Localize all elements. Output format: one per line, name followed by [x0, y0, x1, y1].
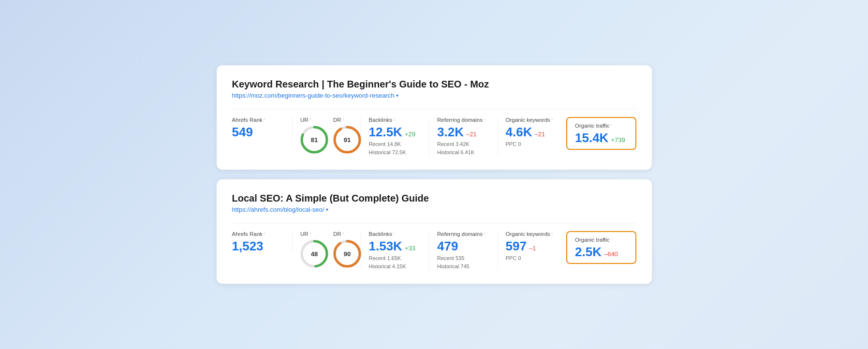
dr-info-icon[interactable]: ⁱ — [343, 232, 344, 237]
card-url[interactable]: https://ahrefs.com/blog/local-seo/ ▾ — [232, 206, 636, 213]
metric-referring-domains: Referring domains ⁱ 479 Recent 535Histor… — [429, 231, 498, 270]
organic-traffic-value: 15.4K — [575, 131, 608, 144]
ahrefs-rank-value: 549 — [232, 126, 285, 138]
ur-donut-label: 81 — [311, 136, 318, 144]
ahrefs-rank-info-icon[interactable]: ⁱ — [264, 117, 265, 123]
metric-organic-keywords: Organic keywords ⁱ 597 –1 PPC 0 — [498, 231, 567, 262]
backlinks-sub: Recent 1.65KHistorical 4.15K — [369, 254, 422, 270]
backlinks-value: 12.5K — [369, 126, 402, 138]
ur-label: UR ⁱ — [300, 231, 328, 237]
backlinks-info-icon[interactable]: ⁱ — [394, 232, 395, 237]
organic-traffic-value: 2.5K — [575, 246, 602, 258]
metric-ur-dr: UR ⁱ 81 DR ⁱ 91 — [293, 117, 361, 154]
organic-keywords-value: 4.6K — [506, 126, 532, 138]
organic-traffic-info-icon[interactable]: ⁱ — [611, 123, 612, 129]
metric-dr: DR ⁱ 91 — [333, 117, 361, 154]
dr-donut-label: 91 — [344, 136, 351, 144]
organic-keywords-sub: PPC 0 — [506, 140, 559, 148]
ahrefs-rank-label: Ahrefs Rank ⁱ — [232, 117, 285, 123]
referring-domains-sub: Recent 3.42KHistorical 6.41K — [437, 140, 490, 156]
referring-domains-label: Referring domains ⁱ — [437, 231, 490, 237]
organic-keywords-sub: PPC 0 — [506, 254, 559, 262]
metric-ur: UR ⁱ 48 — [300, 231, 328, 268]
results-container: Keyword Research | The Beginner's Guide … — [217, 65, 652, 284]
referring-domains-sub: Recent 535Historical 745 — [437, 254, 490, 270]
metric-dr: DR ⁱ 90 — [333, 231, 361, 268]
metrics-row: Ahrefs Rank ⁱ 549 UR ⁱ 81 — [232, 109, 636, 156]
ur-label: UR ⁱ — [300, 117, 328, 123]
url-chevron-icon[interactable]: ▾ — [396, 93, 398, 98]
dr-info-icon[interactable]: ⁱ — [343, 117, 344, 123]
ur-info-icon[interactable]: ⁱ — [310, 117, 311, 123]
dr-label: DR ⁱ — [333, 117, 361, 123]
metric-backlinks: Backlinks ⁱ 12.5K +29 Recent 14.8KHistor… — [361, 117, 430, 156]
ur-donut: 81 — [300, 126, 328, 154]
result-card: Local SEO: A Simple (But Complete) Guide… — [217, 179, 652, 284]
organic-traffic-info-icon[interactable]: ⁱ — [611, 237, 612, 243]
metric-ur-dr: UR ⁱ 48 DR ⁱ 90 — [293, 231, 361, 268]
ur-info-icon[interactable]: ⁱ — [310, 232, 311, 237]
referring-domains-label: Referring domains ⁱ — [437, 117, 490, 123]
ur-donut-label: 48 — [311, 250, 318, 258]
metric-ahrefs-rank: Ahrefs Rank ⁱ 1,523 — [232, 231, 293, 252]
referring-domains-info-icon[interactable]: ⁱ — [484, 232, 485, 237]
backlinks-sub: Recent 14.8KHistorical 72.5K — [369, 140, 422, 156]
backlinks-value: 1.53K — [369, 240, 402, 252]
metrics-row: Ahrefs Rank ⁱ 1,523 UR ⁱ 48 — [232, 223, 636, 270]
metric-organic-traffic: Organic traffic ⁱ 2.5K –640 — [566, 231, 636, 264]
organic-keywords-info-icon[interactable]: ⁱ — [552, 232, 553, 237]
referring-domains-value: 479 — [437, 240, 458, 252]
organic-traffic-label: Organic traffic ⁱ — [575, 237, 628, 243]
backlinks-info-icon[interactable]: ⁱ — [394, 117, 395, 123]
url-chevron-icon[interactable]: ▾ — [326, 207, 328, 212]
organic-keywords-value: 597 — [506, 240, 527, 252]
backlinks-label: Backlinks ⁱ — [369, 231, 422, 237]
dr-donut: 90 — [333, 240, 361, 268]
organic-keywords-info-icon[interactable]: ⁱ — [552, 117, 553, 123]
ahrefs-rank-label: Ahrefs Rank ⁱ — [232, 231, 285, 237]
ur-donut: 48 — [300, 240, 328, 268]
metric-organic-traffic: Organic traffic ⁱ 15.4K +739 — [566, 117, 636, 150]
organic-keywords-label: Organic keywords ⁱ — [506, 117, 559, 123]
referring-domains-value: 3.2K — [437, 126, 464, 138]
dr-donut-label: 90 — [344, 250, 351, 258]
metric-ahrefs-rank: Ahrefs Rank ⁱ 549 — [232, 117, 293, 138]
metric-backlinks: Backlinks ⁱ 1.53K +33 Recent 1.65KHistor… — [361, 231, 430, 270]
metric-organic-keywords: Organic keywords ⁱ 4.6K –21 PPC 0 — [498, 117, 567, 148]
ahrefs-rank-value: 1,523 — [232, 240, 285, 252]
card-url[interactable]: https://moz.com/beginners-guide-to-seo/k… — [232, 92, 636, 99]
referring-domains-info-icon[interactable]: ⁱ — [484, 117, 485, 123]
card-title: Local SEO: A Simple (But Complete) Guide — [232, 193, 636, 204]
dr-donut: 91 — [333, 126, 361, 154]
card-title: Keyword Research | The Beginner's Guide … — [232, 79, 636, 90]
ahrefs-rank-info-icon[interactable]: ⁱ — [264, 232, 265, 237]
backlinks-label: Backlinks ⁱ — [369, 117, 422, 123]
metric-ur: UR ⁱ 81 — [300, 117, 328, 154]
organic-keywords-label: Organic keywords ⁱ — [506, 231, 559, 237]
organic-traffic-label: Organic traffic ⁱ — [575, 123, 628, 129]
metric-referring-domains: Referring domains ⁱ 3.2K –21 Recent 3.42… — [429, 117, 498, 156]
dr-label: DR ⁱ — [333, 231, 361, 237]
result-card: Keyword Research | The Beginner's Guide … — [217, 65, 652, 170]
